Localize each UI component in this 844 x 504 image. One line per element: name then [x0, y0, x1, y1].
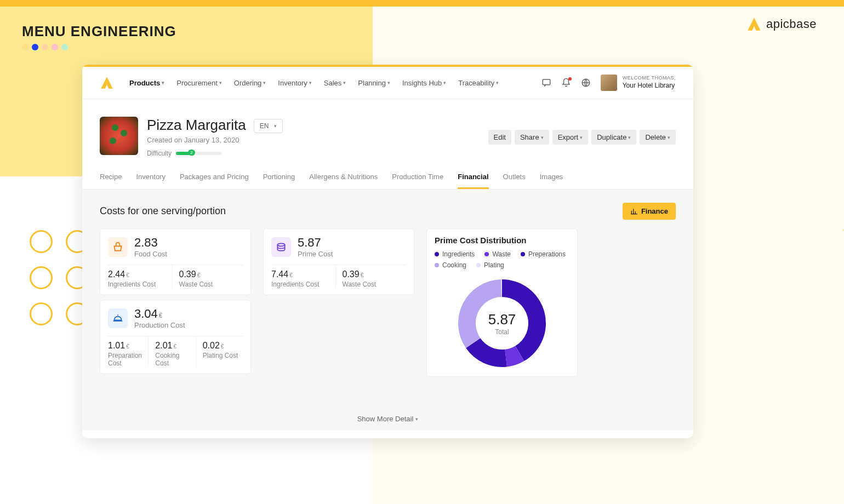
chevron-down-icon: ▾ — [162, 80, 164, 85]
cook-val: 2.01 — [155, 341, 172, 350]
svg-point-2 — [277, 243, 284, 246]
prime-cost-label: Prime Cost — [298, 250, 333, 258]
welcome-text: WELCOME THOMAS, — [623, 75, 676, 82]
donut-chart: 5.87 Total — [435, 277, 569, 370]
food-cost-value: 2.83 — [134, 236, 167, 250]
production-cost-card: 3.04€ Production Cost 1.01€ Preparation … — [100, 300, 251, 374]
difficulty-bar: 2 — [176, 152, 222, 155]
tab-inventory[interactable]: Inventory — [136, 173, 165, 189]
language-select[interactable]: EN ▾ — [254, 119, 283, 133]
tab-recipe[interactable]: Recipe — [100, 173, 122, 189]
chevron-down-icon: ▾ — [541, 135, 544, 140]
chevron-down-icon: ▾ — [415, 416, 418, 422]
top-strip — [0, 0, 844, 7]
chevron-down-icon: ▾ — [443, 80, 446, 85]
bell-icon[interactable] — [561, 78, 571, 88]
chevron-down-icon: ▾ — [580, 135, 583, 140]
cards-row: 2.83 Food Cost 2.44€ Ingredients Cost 0.… — [100, 228, 676, 377]
nav-insights[interactable]: Insights Hub▾ — [402, 79, 446, 87]
recipe-tabs: Recipe Inventory Packages and Pricing Po… — [82, 163, 693, 190]
show-more-button[interactable]: Show More Detail ▾ — [357, 415, 419, 423]
food-icon — [108, 237, 128, 257]
cloche-icon — [108, 308, 128, 328]
finance-button[interactable]: Finance — [623, 203, 676, 220]
food-ing-val: 2.44 — [108, 270, 125, 279]
prod-cost-label: Production Cost — [134, 321, 185, 329]
food-ing-lbl: Ingredients Cost — [108, 280, 172, 288]
decor-dots — [22, 44, 68, 50]
app-header: Products▾ Procurement▾ Ordering▾ Invento… — [82, 67, 693, 99]
user-block[interactable]: WELCOME THOMAS, Your Hotel Library — [601, 75, 676, 91]
chevron-down-icon: ▾ — [274, 123, 277, 129]
share-button[interactable]: Share▾ — [515, 130, 549, 145]
donut-legend: Ingredients Waste Preperations Cooking P… — [435, 250, 569, 269]
prime-ing-lbl: Ingredients Cost — [271, 280, 335, 288]
header-right: WELCOME THOMAS, Your Hotel Library — [541, 75, 676, 91]
tab-financial[interactable]: Financial — [458, 173, 488, 189]
export-button[interactable]: Export▾ — [552, 130, 589, 145]
legend-item: Preperations — [521, 250, 566, 258]
page-title: MENU ENGINEERING — [22, 23, 176, 40]
action-bar: Edit Share▾ Export▾ Duplicate▾ Delete▾ — [488, 130, 676, 145]
content-head: Costs for one serving/portion Finance — [100, 203, 676, 220]
nav-inventory[interactable]: Inventory▾ — [278, 79, 311, 87]
tab-outlets[interactable]: Outlets — [503, 173, 526, 189]
prime-cost-card: 5.87 Prime Cost 7.44€ Ingredients Cost 0… — [263, 228, 414, 295]
legend-item: Plating — [476, 261, 504, 269]
tab-allergens[interactable]: Allergens & Nutritions — [309, 173, 378, 189]
globe-icon[interactable] — [581, 78, 591, 88]
svg-rect-0 — [543, 79, 550, 85]
content-area: Costs for one serving/portion Finance 2.… — [82, 190, 693, 431]
donut-title: Prime Cost Distribution — [435, 236, 569, 245]
nav-products[interactable]: Products▾ — [129, 79, 164, 87]
nav-ordering[interactable]: Ordering▾ — [234, 79, 266, 87]
nav-planning[interactable]: Planning▾ — [358, 79, 390, 87]
avatar — [601, 75, 617, 91]
recipe-difficulty: Difficulty 2 — [147, 150, 246, 157]
coins-icon — [271, 237, 291, 257]
tab-packages[interactable]: Packages and Pricing — [180, 173, 249, 189]
prep-lbl: Preparation Cost — [108, 352, 145, 367]
chevron-down-icon: ▾ — [628, 135, 631, 140]
legend-item: Cooking — [435, 261, 466, 269]
recipe-header: Pizza Margarita Created on January 13, 2… — [82, 99, 693, 163]
user-text: WELCOME THOMAS, Your Hotel Library — [623, 75, 676, 90]
recipe-created: Created on January 13, 2020 — [147, 136, 246, 144]
nav-traceability[interactable]: Traceability▾ — [458, 79, 499, 87]
difficulty-badge: 2 — [188, 150, 195, 156]
edit-button[interactable]: Edit — [488, 130, 511, 145]
brand-name: apicbase — [766, 17, 817, 31]
food-waste-val: 0.39 — [179, 270, 196, 279]
legend-item: Waste — [484, 250, 511, 258]
donut-center: 5.87 Total — [488, 311, 516, 336]
nav-sales[interactable]: Sales▾ — [324, 79, 346, 87]
food-cost-label: Food Cost — [134, 250, 167, 258]
food-cost-card: 2.83 Food Cost 2.44€ Ingredients Cost 0.… — [100, 228, 251, 295]
chevron-down-icon: ▾ — [309, 80, 312, 85]
nav-procurement[interactable]: Procurement▾ — [176, 79, 221, 87]
recipe-image — [100, 117, 138, 155]
chat-icon[interactable] — [541, 78, 551, 88]
tab-production-time[interactable]: Production Time — [392, 173, 443, 189]
chevron-down-icon: ▾ — [496, 80, 499, 85]
chevron-down-icon: ▾ — [263, 80, 266, 85]
prime-waste-lbl: Waste Cost — [343, 280, 407, 288]
brand: apicbase — [746, 16, 817, 32]
recipe-title: Pizza Margarita — [147, 117, 246, 134]
tab-portioning[interactable]: Portioning — [263, 173, 295, 189]
app-logo-icon — [100, 76, 114, 90]
duplicate-button[interactable]: Duplicate▾ — [591, 130, 636, 145]
plate-lbl: Plating Cost — [203, 352, 239, 359]
donut-card: Prime Cost Distribution Ingredients Wast… — [426, 228, 578, 377]
prime-ing-val: 7.44 — [271, 270, 288, 279]
donut-total-label: Total — [488, 328, 516, 336]
tab-images[interactable]: Images — [540, 173, 563, 189]
legend-item: Ingredients — [435, 250, 475, 258]
main-nav: Products▾ Procurement▾ Ordering▾ Invento… — [129, 79, 541, 87]
delete-button[interactable]: Delete▾ — [640, 130, 676, 145]
prime-cost-value: 5.87 — [298, 236, 333, 250]
chevron-down-icon: ▾ — [668, 135, 670, 140]
content-title: Costs for one serving/portion — [100, 205, 226, 217]
cook-lbl: Cooking Cost — [155, 352, 192, 367]
recipe-meta: Pizza Margarita Created on January 13, 2… — [147, 117, 246, 157]
